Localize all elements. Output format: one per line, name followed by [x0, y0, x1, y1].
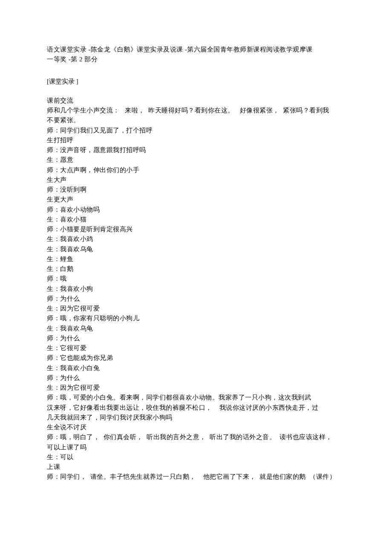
transcript-line: 师：哦，你家有只聪明的小狗儿: [47, 313, 347, 323]
transcript-line: 生：我喜欢小鸡: [47, 234, 347, 244]
transcript-line: 生：愿意: [47, 155, 347, 165]
transcript-line: 生：因为它很可爱: [47, 383, 347, 393]
title-line-1: 语文课堂实录 -陈金龙《白鹅》课堂实录及说课 -第六届全国青年教师新课程阅读教学…: [47, 45, 347, 55]
transcript-line: 上课: [47, 462, 347, 472]
transcript-line: 生：我喜欢小狗: [47, 284, 347, 294]
transcript-body: 课前交流师和几个学生小声交流： 来啦， 昨天睡得好吗？看到你在这。 好像很紧张，…: [47, 96, 347, 482]
transcript-line: 师：为什么: [47, 334, 347, 343]
transcript-line: 师：它也能成为你兄弟: [47, 353, 347, 363]
transcript-line: 生：白鹅: [47, 264, 347, 274]
transcript-line: 师：哦，可爱的小白兔。看来啊，同学们都很喜欢小动物。我家养了一只小狗，这次我到武: [47, 393, 347, 403]
transcript-line: 生全说不讨厌: [47, 423, 347, 432]
transcript-line: 生：它很可爱: [47, 343, 347, 353]
transcript-line: 几天我就回来了，同学们我讨厌我家小狗吗: [47, 413, 347, 423]
transcript-line: 师：没听到啊: [47, 185, 347, 195]
transcript-line: 生：因为它很可爱: [47, 304, 347, 313]
transcript-line: 课前交流: [47, 96, 347, 106]
transcript-line: 师：同学们我们又见面了，打个招呼: [47, 126, 347, 135]
transcript-line: 师：小猫要是听到肯定很高兴: [47, 224, 347, 234]
transcript-line: 师和几个学生小声交流： 来啦， 昨天睡得好吗？看到你在这。 好像很紧张， 紧张吗…: [47, 106, 347, 115]
transcript-line: 生大声: [47, 175, 347, 185]
transcript-line: 生：我喜欢小白兔: [47, 363, 347, 373]
transcript-line: 师：同学们， 请坐。丰子恺先生就养过一只白鹅， 他把它画了下来， 就是他们家的鹅…: [47, 472, 347, 482]
document-page: 语文课堂实录 -陈金龙《白鹅》课堂实录及说课 -第六届全国青年教师新课程阅读教学…: [0, 0, 392, 555]
transcript-line: 可以上课了吗: [47, 443, 347, 452]
transcript-line: 不要紧张。: [47, 115, 347, 125]
transcript-line: 师：大点声啊，伸出你们的小手: [47, 165, 347, 175]
title-line-2: 一等奖 -第 2 部分: [47, 55, 347, 64]
transcript-line: 生：可以: [47, 452, 347, 462]
transcript-line: 生：我喜欢乌龟: [47, 244, 347, 254]
transcript-line: 生：鲤鱼: [47, 254, 347, 264]
transcript-line: 生打招呼: [47, 135, 347, 145]
transcript-line: 师：哦，明白了， 你们真会听， 听出我的言外之意， 听出了我的话外之音。 读书也…: [47, 432, 347, 442]
transcript-line: 生：我喜欢乌龟: [47, 324, 347, 334]
transcript-line: 师：为什么: [47, 373, 347, 383]
transcript-line: 师：为什么: [47, 294, 347, 304]
transcript-line: 师：喜欢小动物吗: [47, 205, 347, 215]
transcript-line: 汉来呀，它好像看出我要出远让，咬住我的裤腿不松口， 我说你这讨厌的小东西快走开，…: [47, 403, 347, 413]
transcript-line: 师：哦: [47, 274, 347, 284]
transcript-line: 生：喜欢小猫: [47, 215, 347, 224]
section-header: [课堂实录 ]: [47, 77, 347, 86]
transcript-line: 生更大声: [47, 195, 347, 204]
transcript-line: 师：没声音呀，愿意跟我打招呼吗: [47, 145, 347, 155]
